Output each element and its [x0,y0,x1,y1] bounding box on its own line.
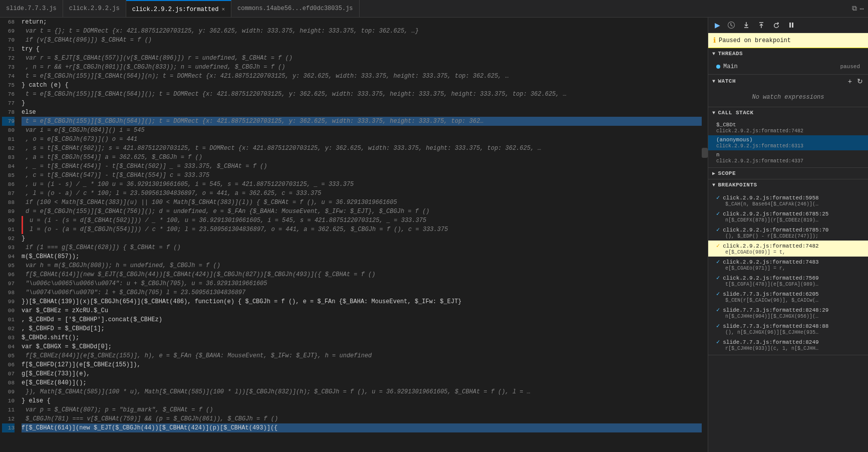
code-line[interactable]: t = e[$_CBGJh(155)][$_CBHAt(564)](); t =… [22,90,702,99]
code-line[interactable]: , _ = t[$_CBHAt(454)] - t[$_CBHAt(502)] … [22,162,702,171]
breakpoint-location: slide.7.7.3.js:formatted:8249 [723,339,818,345]
code-text: , $_CBHDd = ['$_CBHHP'].concat($_CBHEz) [22,315,162,324]
breakpoint-checkbox[interactable]: ✓ [716,226,720,234]
split-editor-icon[interactable]: ⧉ [852,5,857,13]
call-stack-item[interactable]: nclick.2.9.2.js:formatted:4337 [708,150,868,165]
code-line[interactable]: t = e[$_CBGJh(155)][$_CBHAt(564)](n); t … [22,72,702,81]
code-line[interactable]: u = (i - (s = d[$_CBHAt(502)])) / _ * 10… [22,216,702,225]
code-line[interactable]: } [22,234,702,243]
code-line[interactable]: var p = $_CBHAt(807); p = "big_mark", $_… [22,405,702,414]
breakpoint-item[interactable]: ✓click.2.9.2.js:formatted:6785:70(), $_E… [708,224,868,241]
breakpoint-item[interactable]: ✓slide.7.7.3.js:formatted:8248:29n[$_CJH… [708,305,868,321]
breakpoint-checkbox[interactable]: ✓ [716,194,720,201]
scrollbar-thumb[interactable] [702,148,708,158]
code-line[interactable]: , a = t[$_CBGJh(554)] a = 362.625, $_CBG… [22,153,702,162]
code-line[interactable]: var r = $_EJT[$_CBHAt(557)](v[$_CBHAt(89… [22,54,702,63]
code-line[interactable]: var $_CBHEz = zXcRU.$_Cu [22,306,702,315]
code-text: f[$_CBHAt(614)](new $_EJT($_CBGJh(44))[$… [22,423,277,432]
code-line[interactable]: f[$_CBHAt(614)](new $_EJT($_CBGJh(44))[$… [22,270,702,279]
breakpoint-item[interactable]: ✓slide.7.7.3.js:formatted:8248:88(), n[$… [708,321,868,337]
step-over-button[interactable] [725,20,738,31]
code-line[interactable]: var t = {}; t = DOMRect {x: 421.88751220… [22,27,702,36]
code-line[interactable]: return; [22,18,702,27]
step-into-button[interactable] [740,20,753,31]
code-line[interactable]: , c = t[$_CBHAt(547)] - t[$_CBHAt(554)] … [22,171,702,180]
continue-button[interactable]: ▶ [712,20,723,31]
breakpoint-item[interactable]: ✓slide.7.7.3.js:formatted:8249r[$_CJHHe(… [708,337,868,353]
pause-button[interactable] [785,20,798,31]
code-line[interactable]: , n = r && +r[$_CBGJh(801)]($_CBGJh(833)… [22,63,702,72]
breakpoint-item[interactable]: ✓click.2.9.2.js:formatted:7482e[$_CGAEo(… [708,241,868,257]
breakpoint-item[interactable]: ✓click.2.9.2.js:formatted:7569t[$_CGFA](… [708,273,868,289]
mini-scrollbar[interactable] [702,18,708,452]
tab-click[interactable]: click.2.9.2.js [63,0,126,17]
breakpoints-header[interactable]: ▼ Breakpoints [708,179,868,190]
code-line[interactable]: var h = m($_CBGJh(808)); h = undefined, … [22,261,702,270]
code-line[interactable]: }), Math[$_CBHAt(585)](100 * u), Math[$_… [22,387,702,396]
call-stack-item[interactable]: (anonymous)click.2.9.2.js:formatted:6313 [708,135,868,150]
debug-value: var h = m($_CBGJh(808)); h = undefined, … [26,261,220,270]
breakpoint-item[interactable]: ✓slide.7.7.3.js:formatted:6205$_CEN(r[$_… [708,289,868,305]
debug-value: "\u0074\u006f\u0070": l + $_CBGJh(705) l… [26,288,245,297]
code-line[interactable]: var $_CBHGX = $_CBHDd[0]; [22,342,702,351]
tab-click-formatted[interactable]: click.2.9.2.js:formatted × [126,0,231,17]
breakpoint-checkbox[interactable]: ✓ [716,290,720,298]
code-line[interactable]: if (1 === g[$_CBHAt(628)]) { $_CBHAt = f… [22,243,702,252]
breakpoint-item[interactable]: ✓click.2.9.2.js:formatted:6785:25n[$_CDE… [708,208,868,224]
code-line[interactable]: m($_CBHAt(857)); [22,252,702,261]
code-line[interactable]: f[$_CBHFD(127)](e[$_CBHEz(155)]), [22,360,702,369]
code-line[interactable]: if (100 < Math[$_CBHAt(383)](u) || 100 <… [22,198,702,207]
code-line[interactable]: else [22,108,702,117]
thread-main[interactable]: Main paused [708,61,868,72]
code-line[interactable]: , $_CBHFD = $_CBHDd[1]; [22,324,702,333]
breakpoint-item[interactable]: ✓click.2.9.2.js:formatted:7483e[$_CGAEo(… [708,257,868,273]
code-line[interactable]: t = e[$_CBGJh(155)][$_CBGJh(564)](); t =… [22,117,702,126]
code-line[interactable]: , o = e[$_CBGJh(673)]() o = 441 [22,135,702,144]
code-line[interactable]: , s = t[$_CBHAt(502)]; s = 421.887512207… [22,144,702,153]
code-line[interactable]: var i = e[$_CBGJh(684)]() i = 545 [22,126,702,135]
right-panel-scroll[interactable]: ▼ Threads Main paused ▼ [708,48,868,452]
breakpoint-checkbox[interactable]: ✓ [716,338,720,346]
breakpoint-checkbox[interactable]: ✓ [716,210,720,217]
code-line[interactable]: })[$_CBHAt(139)](x)[$_CBGJh(654)]($_CBHA… [22,297,702,306]
watch-header[interactable]: ▼ Watch + ↻ [708,75,868,88]
code-line[interactable]: "\u0074\u006f\u0070": l + $_CBGJh(705) l… [22,288,702,297]
breakpoint-item[interactable]: ✓click.2.9.2.js:formatted:5958$_CAH(n, B… [708,192,868,208]
code-line[interactable]: "\u006c\u0065\u0066\u0074": u + $_CBGJh(… [22,279,702,288]
call-stack-item[interactable]: $_CBDtclick.2.9.2.js:formatted:7482 [708,120,868,135]
breakpoint-checkbox[interactable]: ✓ [716,242,720,250]
call-stack-header[interactable]: ▼ Call Stack [708,107,868,118]
code-line[interactable]: f[$_CBHAt(614)](new $_EJT($_CBGJh(44))[$… [22,423,702,432]
tab-commons[interactable]: commons.14abe56...efd0dc38035.js [231,0,359,17]
code-line[interactable]: g[$_CBHEz(733)](e), [22,369,702,378]
code-line[interactable]: $_CBGJh(781) === v[$_CBHAt(759)] && (p =… [22,414,702,423]
tab-slide[interactable]: slide.7.7.3.js [0,0,63,17]
threads-header[interactable]: ▼ Threads [708,48,868,59]
code-line[interactable]: $_CBHDd.shift(); [22,333,702,342]
breakpoint-checkbox[interactable]: ✓ [716,274,720,282]
breakpoint-checkbox[interactable]: ✓ [716,258,720,266]
code-line[interactable]: } else { [22,396,702,405]
code-line[interactable]: , u = (i - s) / _ * 100 u = 36.929130196… [22,180,702,189]
code-line[interactable]: } catch (e) { [22,81,702,90]
close-icon[interactable]: × [221,7,225,13]
code-line[interactable]: } [22,99,702,108]
code-content[interactable]: return; var t = {}; t = DOMRect {x: 421.… [18,18,702,452]
line-number: 10 [2,396,15,405]
add-watch-button[interactable]: + [847,77,853,85]
restart-button[interactable] [770,20,783,31]
breakpoint-checkbox[interactable]: ✓ [716,322,720,330]
code-line[interactable]: l = (o - (a = d[$_CBGJh(554)])) / c * 10… [22,225,702,234]
step-out-button[interactable] [755,20,768,31]
refresh-watch-button[interactable]: ↻ [856,77,864,85]
code-line[interactable]: e[$_CBHEz(840)](); [22,378,702,387]
code-line[interactable]: , $_CBHDd = ['$_CBHHP'].concat($_CBHEz) [22,315,702,324]
code-line[interactable]: if (v[$_CBHAt(896)]) $_CBHAt = f () [22,36,702,45]
more-actions-icon[interactable]: ⋯ [860,5,864,13]
breakpoint-checkbox[interactable]: ✓ [716,306,720,314]
code-line[interactable]: d = e[$_CBGJh(155)][$_CBHAt(756)](); d =… [22,207,702,216]
scope-header[interactable]: ▶ Scope [708,168,868,179]
code-line[interactable]: f[$_CBHEz(844)](e[$_CBHEz(155)], h), e =… [22,351,702,360]
code-line[interactable]: , l = (o - a) / c * 100; l = 23.50956130… [22,189,702,198]
code-line[interactable]: try { [22,45,702,54]
